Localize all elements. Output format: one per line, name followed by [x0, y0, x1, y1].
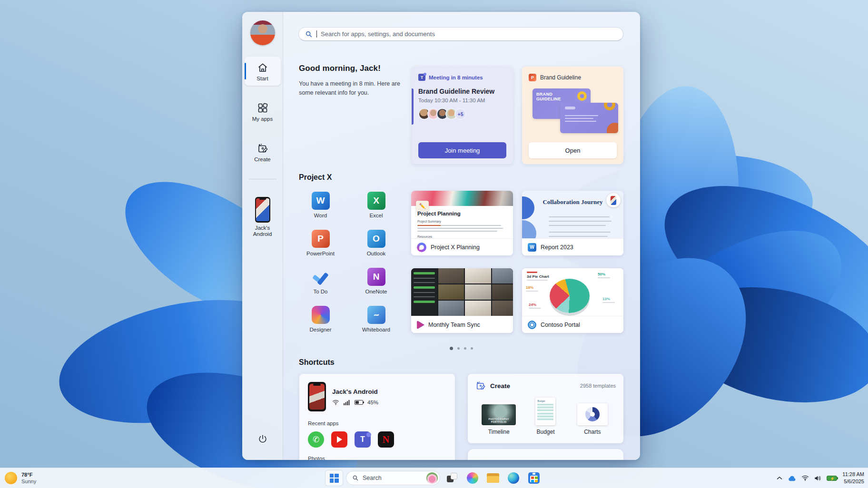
template-budget[interactable]: Budget Budget — [522, 396, 569, 435]
circle-shape — [522, 220, 536, 238]
power-button[interactable] — [253, 429, 272, 449]
app-tile-designer[interactable]: Designer — [297, 300, 345, 338]
whatsapp-icon[interactable]: ✆ — [308, 431, 324, 448]
onedrive-icon[interactable] — [788, 475, 796, 481]
app-label: To Do — [313, 289, 327, 294]
card-report-2023[interactable]: Collaboration Journey W Report 2023 — [522, 191, 623, 255]
brand-guideline-card[interactable]: P Brand Guideline BRAND GUIDELINE Open — [522, 67, 623, 164]
create-shortcut-card[interactable]: Create 2958 templates PHOTOGRAPHY PORTFO… — [468, 374, 623, 443]
start-menu: Start My apps Create — [242, 12, 640, 460]
copilot-icon — [467, 472, 478, 484]
pagination-dot[interactable] — [464, 347, 466, 350]
app-tile-outlook[interactable]: O Outlook — [353, 224, 400, 262]
youtube-icon[interactable] — [331, 431, 347, 448]
template-timeline[interactable]: PHOTOGRAPHY PORTFOLIO Timeline — [475, 396, 522, 435]
phone-status-row: 45% — [332, 400, 378, 405]
video-tile — [438, 301, 464, 316]
sidebar-item-create[interactable]: Create — [245, 137, 281, 166]
app-tile-excel[interactable]: X Excel — [353, 186, 400, 224]
meeting-card[interactable]: T Meeting in 8 minutes Brand Guideline R… — [412, 67, 513, 164]
text-line — [549, 225, 606, 226]
card-contoso-portal[interactable]: 3d Pie Chart 50% 18% 24% 13% Contoso Por… — [522, 268, 623, 333]
teams-icon[interactable]: T — [355, 431, 371, 448]
file-explorer-button[interactable] — [484, 470, 502, 486]
home-icon — [257, 62, 268, 73]
edge-icon — [508, 472, 519, 484]
store-button[interactable] — [525, 470, 542, 486]
task-view-button[interactable] — [444, 470, 461, 486]
weather-temp: 78°F — [21, 471, 36, 478]
app-tile-word[interactable]: W Word — [297, 186, 345, 224]
card-project-x-planning[interactable]: ✏️ Project Planning Project Summary Reso… — [411, 191, 513, 255]
task-view-icon — [447, 473, 457, 483]
carousel-pagination[interactable] — [299, 347, 623, 350]
template-charts[interactable]: Charts — [569, 396, 616, 435]
app-tile-onenote[interactable]: N OneNote — [353, 262, 400, 300]
pagination-dot-active[interactable] — [450, 347, 453, 350]
report-preview: Collaboration Journey — [522, 191, 623, 238]
template-row: PHOTOGRAPHY PORTFOLIO Timeline Budget Bu… — [475, 396, 616, 435]
red-tag-line — [527, 272, 537, 273]
sidebar-item-start[interactable]: Start — [245, 57, 281, 86]
project-cards-grid: ✏️ Project Planning Project Summary Reso… — [411, 191, 623, 333]
open-button[interactable]: Open — [529, 142, 617, 158]
meeting-title: Brand Guideline Review — [418, 88, 506, 95]
app-tile-powerpoint[interactable]: P PowerPoint — [297, 224, 345, 262]
sidebar-divider — [249, 179, 276, 179]
meeting-accent-bar — [412, 88, 414, 125]
weather-widget[interactable]: 78°F Sunny — [5, 471, 36, 485]
sidebar-item-label: My apps — [252, 116, 273, 122]
app-tile-todo[interactable]: To Do — [297, 262, 345, 300]
greeting-block: Good morning, Jack! You have a meeting i… — [299, 64, 410, 98]
shortcuts-section-title: Shortcuts — [299, 358, 335, 367]
signal-bars-icon — [344, 400, 350, 405]
phone-shortcut-card[interactable]: Jack's Android — [299, 374, 455, 460]
speaker-icon[interactable] — [814, 475, 821, 481]
donut-shape — [604, 103, 615, 110]
user-avatar[interactable] — [250, 20, 275, 45]
pagination-dot[interactable] — [471, 347, 473, 350]
edge-button[interactable] — [505, 470, 522, 486]
slide-pill — [565, 107, 575, 109]
card-monthly-team-sync[interactable]: Monthly Team Sync — [411, 268, 513, 333]
taskbar-search[interactable]: Search — [346, 471, 440, 485]
meeting-badge-text: Meeting in 8 minutes — [429, 75, 483, 80]
meeting-badge: T Meeting in 8 minutes — [418, 74, 506, 81]
copilot-button[interactable] — [464, 470, 481, 486]
phone-image — [308, 382, 326, 411]
donut-shape — [577, 91, 587, 101]
pagination-dot[interactable] — [457, 347, 460, 350]
teams-icon: T — [418, 74, 425, 81]
join-meeting-button[interactable]: Join meeting — [418, 142, 506, 158]
excel-icon: X — [367, 192, 385, 210]
app-tile-whiteboard[interactable]: Whiteboard — [353, 300, 400, 338]
phone-source-badge — [606, 193, 621, 207]
wifi-icon[interactable] — [801, 475, 809, 481]
sidebar-item-jacks-android[interactable]: Jack's Android — [245, 192, 281, 241]
card-label: Project X Planning — [431, 244, 480, 251]
taskbar-clock[interactable]: 11:28 AM 5/6/2025 — [842, 471, 864, 485]
attendee-avatars: +5 — [418, 108, 506, 120]
sidebar-item-my-apps[interactable]: My apps — [245, 97, 281, 126]
netflix-icon[interactable]: N — [378, 431, 394, 448]
search-input[interactable]: Search for apps, settings, and documents — [298, 27, 623, 41]
card-footer: Contoso Portal — [522, 316, 623, 333]
card-footer: Monthly Team Sync — [411, 316, 513, 333]
contoso-logo-icon — [528, 321, 536, 329]
text-caret — [316, 30, 317, 38]
create-icon — [257, 143, 268, 154]
video-tile — [465, 301, 491, 316]
battery-charging-icon[interactable]: ⚡ — [827, 476, 837, 481]
start-button[interactable] — [326, 470, 343, 486]
text-line — [417, 231, 497, 232]
tray-chevron-icon[interactable] — [777, 476, 782, 480]
planning-doc-title: Project Planning — [417, 211, 507, 216]
search-icon — [352, 475, 359, 481]
clock-date: 5/6/2025 — [842, 478, 864, 485]
sidebar-item-label: Create — [254, 156, 271, 162]
slide-line — [565, 121, 596, 122]
app-label: Word — [314, 213, 327, 218]
video-tile — [492, 268, 513, 283]
apps-grid-icon — [257, 102, 268, 114]
video-tile — [492, 301, 513, 316]
